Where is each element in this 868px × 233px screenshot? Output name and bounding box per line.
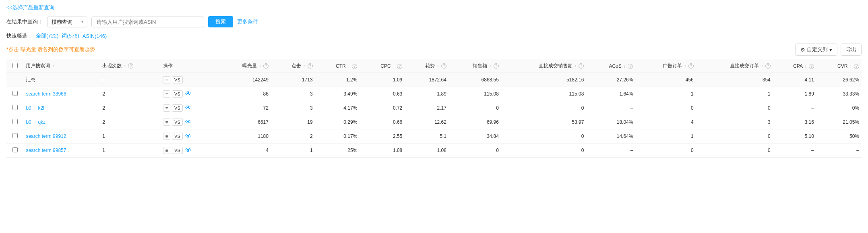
td-adOrders-4: 0 <box>635 144 696 158</box>
td-cvr-0: 33.33% <box>816 87 862 101</box>
td-clicks-1: 3 <box>271 101 315 115</box>
td-acos-2: 18.04% <box>586 115 635 129</box>
summary-direct-sales: 5182.16 <box>501 73 586 87</box>
vs-btn-1[interactable]: VS <box>172 104 183 112</box>
eye-btn-2[interactable]: 👁 <box>184 119 192 126</box>
eye-btn-4[interactable]: 👁 <box>184 147 192 154</box>
help-impressions[interactable]: ? <box>263 63 269 69</box>
filter-words[interactable]: 词(576) <box>62 32 79 40</box>
td-cpa-3: 5.10 <box>773 129 816 144</box>
sort-icon-acos[interactable]: ↕ <box>624 64 626 69</box>
help-cpc[interactable]: ? <box>397 64 402 69</box>
vs-btn-0[interactable]: VS <box>172 90 183 98</box>
summary-actions: ≡ VS <box>161 73 219 87</box>
help-occurrences[interactable]: ? <box>128 63 133 69</box>
help-cvr[interactable]: ? <box>854 64 859 69</box>
help-direct-orders[interactable]: ? <box>765 63 771 69</box>
back-link[interactable]: <<选择产品重新查询 <box>6 4 54 11</box>
sort-icon-clicks[interactable]: ↕ <box>303 64 305 68</box>
help-spend[interactable]: ? <box>441 63 446 69</box>
eye-btn-3[interactable]: 👁 <box>184 133 192 140</box>
vs-btn-2[interactable]: VS <box>172 119 183 126</box>
th-term: 用户搜索词 ↕ <box>23 59 100 73</box>
help-sales[interactable]: ? <box>494 63 499 69</box>
td-directOrders-2: 3 <box>696 115 773 129</box>
vs-btn-3[interactable]: VS <box>172 133 183 140</box>
td-actions-0: ≡ VS 👁 <box>161 87 219 101</box>
data-table: 用户搜索词 ↕ 出现次数 ↕ ? 操作 曝光量 ↕ ? 点击 ↕ ? CTR ↕ <box>6 59 862 158</box>
row-check-2[interactable] <box>12 119 18 124</box>
filter-all[interactable]: 全部(722) <box>36 32 58 40</box>
summary-vs-btn[interactable]: VS <box>172 76 183 83</box>
row-check-3[interactable] <box>12 133 18 138</box>
filter-asin[interactable]: ASIN(146) <box>83 33 107 39</box>
td-impressions-4: 4 <box>219 144 271 158</box>
sort-icon-term[interactable]: ↕ <box>52 64 54 68</box>
row-term-0[interactable]: search term 38966 <box>26 91 66 97</box>
td-directSales-3: 0 <box>501 129 586 144</box>
search-input[interactable] <box>91 17 204 27</box>
sort-icon-impressions[interactable]: ↕ <box>259 64 261 68</box>
td-term-3: search term 99912 <box>23 129 100 144</box>
sort-icon-direct-orders[interactable]: ↕ <box>761 64 763 68</box>
vs-btn-4[interactable]: VS <box>172 147 183 154</box>
td-cpa-2: 3.16 <box>773 115 816 129</box>
sort-icon-occurrences[interactable]: ↕ <box>124 64 126 68</box>
td-spend-3: 5.1 <box>405 129 449 144</box>
list-btn-1[interactable]: ≡ <box>163 104 170 112</box>
chevron-down-icon: ▾ <box>829 47 832 53</box>
sort-icon-ctr[interactable]: ↕ <box>348 64 350 69</box>
list-btn-4[interactable]: ≡ <box>163 147 170 154</box>
td-term-4: search term 99857 <box>23 144 100 158</box>
search-button[interactable]: 搜索 <box>208 16 233 27</box>
td-directSales-0: 115.08 <box>501 87 586 101</box>
summary-row: 汇总 – ≡ VS 142249 1713 1.2% 1.09 1872.64 … <box>6 73 862 87</box>
sort-icon-direct-sales[interactable]: ↕ <box>575 64 577 68</box>
th-direct-sales: 直接成交销售额 ↕ ? <box>501 59 586 73</box>
custom-col-button[interactable]: ⚙ 自定义列 ▾ <box>795 44 837 56</box>
sort-icon-ad-orders[interactable]: ↕ <box>684 64 686 68</box>
row-term-2[interactable]: b0 qkz <box>26 119 45 125</box>
row-check-0[interactable] <box>12 91 18 96</box>
summary-list-btn[interactable]: ≡ <box>163 76 170 83</box>
row-checkbox-1 <box>6 101 23 115</box>
td-sales-2: 69.96 <box>449 115 501 129</box>
th-actions: 操作 <box>161 59 219 73</box>
td-impressions-0: 86 <box>219 87 271 101</box>
select-all-checkbox[interactable] <box>12 63 18 68</box>
list-btn-0[interactable]: ≡ <box>163 90 170 98</box>
list-btn-3[interactable]: ≡ <box>163 133 170 140</box>
td-actions-3: ≡ VS 👁 <box>161 129 219 144</box>
help-acos[interactable]: ? <box>628 64 633 69</box>
th-cvr: CVR ↕ ? <box>816 59 862 73</box>
row-check-4[interactable] <box>12 147 18 152</box>
sort-icon-sales[interactable]: ↕ <box>490 64 492 68</box>
td-sales-0: 115.08 <box>449 87 501 101</box>
help-cpa[interactable]: ? <box>809 64 814 69</box>
help-ctr[interactable]: ? <box>352 64 357 69</box>
row-term-1[interactable]: b0 k2l <box>26 105 44 111</box>
th-sales: 销售额 ↕ ? <box>449 59 501 73</box>
gear-icon: ⚙ <box>800 47 805 53</box>
sort-icon-spend[interactable]: ↕ <box>437 64 439 68</box>
row-check-1[interactable] <box>12 105 18 110</box>
td-spend-4: 1.08 <box>405 144 449 158</box>
row-term-3[interactable]: search term 99912 <box>26 133 66 139</box>
more-conditions-link[interactable]: 更多条件 <box>237 18 258 25</box>
eye-btn-1[interactable]: 👁 <box>184 104 192 112</box>
help-clicks[interactable]: ? <box>308 63 313 69</box>
summary-cpc: 1.09 <box>360 73 405 87</box>
help-direct-sales[interactable]: ? <box>579 63 584 69</box>
export-button[interactable]: 导出 <box>841 44 862 56</box>
row-term-4[interactable]: search term 99857 <box>26 148 66 153</box>
sort-icon-cpc[interactable]: ↕ <box>393 64 395 69</box>
td-occurrences-0: 2 <box>100 87 160 101</box>
th-cpc: CPC ↕ ? <box>360 59 405 73</box>
help-ad-orders[interactable]: ? <box>688 63 694 69</box>
eye-btn-0[interactable]: 👁 <box>184 90 192 98</box>
search-type-select[interactable]: 模糊查询 <box>47 17 87 27</box>
sort-icon-cvr[interactable]: ↕ <box>850 64 852 69</box>
sort-icon-cpa[interactable]: ↕ <box>805 64 807 69</box>
list-btn-2[interactable]: ≡ <box>163 119 170 126</box>
search-bar: 在结果中查询： 模糊查询 搜索 更多条件 <box>6 16 862 27</box>
